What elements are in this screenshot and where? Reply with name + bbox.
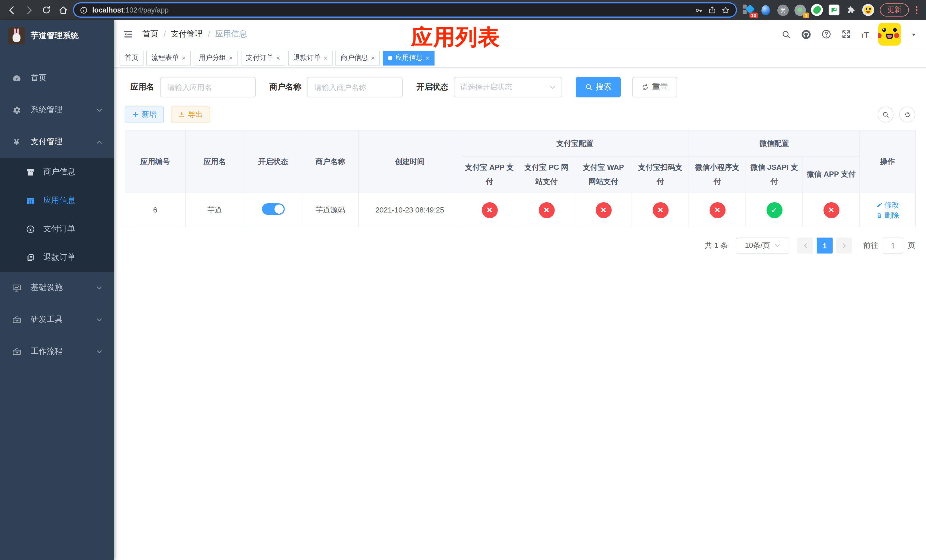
- close-icon[interactable]: ×: [276, 54, 280, 61]
- tab-merchant-info[interactable]: 商户信息×: [336, 50, 380, 65]
- tab-process-form[interactable]: 流程表单×: [146, 50, 191, 65]
- status-select-placeholder: 请选择开启状态: [460, 82, 512, 92]
- export-button[interactable]: 导出: [171, 106, 210, 123]
- col-actions: 操作: [859, 131, 915, 193]
- delete-link-label: 删除: [884, 210, 899, 220]
- command-extension-icon[interactable]: [777, 4, 789, 16]
- active-tab-dot: [388, 56, 392, 60]
- help-icon[interactable]: [821, 29, 831, 39]
- sidebar-item-label: 支付管理: [31, 137, 87, 147]
- next-page-button[interactable]: [836, 238, 852, 254]
- chevron-down-icon: [96, 316, 103, 323]
- recorder-extension-icon[interactable]: 1: [794, 4, 806, 16]
- page-number-button[interactable]: 1: [817, 238, 832, 254]
- closed-status-icon: [823, 202, 839, 218]
- filter-form: 应用名 商户名称 开启状态 请选择开启状态 搜索 重置: [125, 77, 915, 97]
- browser-menu-icon[interactable]: [911, 5, 921, 15]
- back-icon[interactable]: [5, 3, 20, 17]
- col-group-alipay: 支付宝配置: [461, 131, 689, 156]
- share-icon[interactable]: [708, 6, 716, 14]
- sidebar-item-pay-orders[interactable]: ¥ 支付订单: [0, 215, 114, 243]
- user-avatar[interactable]: [878, 23, 901, 45]
- yuque-extension-icon[interactable]: [811, 4, 823, 16]
- sidebar-item-label: 支付订单: [43, 224, 75, 234]
- breadcrumb-payment[interactable]: 支付管理: [171, 29, 203, 39]
- chrome-update-button[interactable]: 更新: [880, 3, 909, 17]
- site-info-icon[interactable]: [80, 6, 88, 14]
- tab-label: 用户分组: [199, 53, 226, 63]
- cell-created: 2021-10-23 08:49:25: [359, 193, 461, 227]
- merchant-name-input[interactable]: [307, 77, 402, 97]
- toggle-search-button[interactable]: [878, 106, 894, 123]
- sidebar-item-refund-orders[interactable]: 退款订单: [0, 243, 114, 272]
- tab-app-info[interactable]: 应用信息×: [383, 50, 434, 65]
- password-key-icon[interactable]: [694, 5, 703, 15]
- col-group-wechat: 微信配置: [689, 131, 859, 156]
- annotation-title: 应用列表: [411, 23, 500, 52]
- sidebar-item-home[interactable]: 首页: [0, 62, 114, 94]
- fullscreen-icon[interactable]: [841, 29, 851, 39]
- search-button[interactable]: 搜索: [576, 77, 621, 97]
- breadcrumb: 首页 / 支付管理 / 应用信息: [142, 29, 247, 39]
- goto-label: 前往: [863, 241, 878, 251]
- breadcrumb-separator: /: [208, 30, 210, 39]
- delete-link[interactable]: 删除: [876, 210, 899, 220]
- close-icon[interactable]: ×: [182, 54, 186, 61]
- col-alipay-qr: 支付宝扫码支付: [632, 156, 689, 193]
- tab-refund-orders[interactable]: 退款订单×: [288, 50, 333, 65]
- avatar-caret-icon[interactable]: [911, 31, 917, 37]
- cell-app-name: 芋道: [185, 193, 244, 227]
- sidebar-collapse-icon[interactable]: [123, 29, 133, 39]
- reload-icon[interactable]: [39, 3, 53, 17]
- sidebar-item-payment[interactable]: ¥ 支付管理: [0, 126, 114, 158]
- page-size-select[interactable]: 10条/页: [736, 238, 789, 254]
- close-icon[interactable]: ×: [425, 54, 430, 61]
- col-alipay-app: 支付宝 APP 支付: [461, 156, 518, 193]
- tab-pay-orders[interactable]: 支付订单×: [241, 50, 285, 65]
- col-merchant: 商户名称: [302, 131, 359, 193]
- github-icon[interactable]: [800, 29, 811, 39]
- goto-page-input[interactable]: [883, 238, 903, 254]
- sidebar-logo[interactable]: 芋道管理系统: [0, 20, 114, 52]
- tab-label: 应用信息: [395, 53, 422, 63]
- refresh-table-button[interactable]: [899, 106, 915, 123]
- status-select[interactable]: 请选择开启状态: [454, 77, 562, 97]
- url-text[interactable]: localhost:1024/pay/app: [92, 6, 690, 14]
- download-icon: [178, 111, 185, 118]
- sidebar-item-infrastructure[interactable]: 基础设施: [0, 272, 114, 304]
- cell-alipay-qr: [632, 193, 689, 227]
- sidebar-item-system[interactable]: 系统管理: [0, 94, 114, 126]
- status-toggle[interactable]: [262, 203, 284, 215]
- search-icon: [585, 83, 593, 91]
- url-bar[interactable]: localhost:1024/pay/app: [73, 2, 737, 18]
- home-icon[interactable]: [56, 3, 71, 17]
- prev-page-button[interactable]: [797, 238, 813, 254]
- close-icon[interactable]: ×: [324, 54, 327, 61]
- sidebar-item-merchant-info[interactable]: 商户信息: [0, 158, 114, 186]
- chevron-down-icon: [96, 348, 103, 355]
- reset-button[interactable]: 重置: [632, 77, 677, 97]
- close-icon[interactable]: ×: [229, 54, 233, 61]
- app-name-input[interactable]: [160, 77, 256, 97]
- sidebar-item-workflow[interactable]: 工作流程: [0, 336, 114, 368]
- bookmark-star-icon[interactable]: [721, 5, 730, 15]
- tab-user-group[interactable]: 用户分组×: [194, 50, 238, 65]
- header-search-icon[interactable]: [781, 29, 791, 39]
- cell-alipay-app: [461, 193, 518, 227]
- close-icon[interactable]: ×: [371, 54, 375, 61]
- balloon-extension-icon[interactable]: [760, 4, 772, 16]
- sidebar: 芋道管理系统 首页 系统管理: [0, 20, 114, 560]
- breadcrumb-home[interactable]: 首页: [142, 29, 158, 39]
- font-size-icon[interactable]: TT: [861, 29, 869, 39]
- sidebar-item-app-info[interactable]: 应用信息: [0, 186, 114, 215]
- profile-emoji-icon[interactable]: [862, 4, 874, 16]
- sidebar-item-dev-tools[interactable]: 研发工具: [0, 304, 114, 336]
- sidebar-menu: 首页 系统管理 ¥ 支付管理: [0, 62, 114, 368]
- forward-icon[interactable]: [22, 3, 36, 17]
- extensions-puzzle-icon[interactable]: [845, 4, 857, 16]
- chat-extension-icon[interactable]: [828, 4, 840, 16]
- edit-link[interactable]: 修改: [876, 200, 899, 210]
- bookmark-extension-icon[interactable]: 10: [743, 4, 755, 16]
- add-button[interactable]: 新增: [125, 106, 164, 123]
- tab-home[interactable]: 首页: [120, 50, 144, 65]
